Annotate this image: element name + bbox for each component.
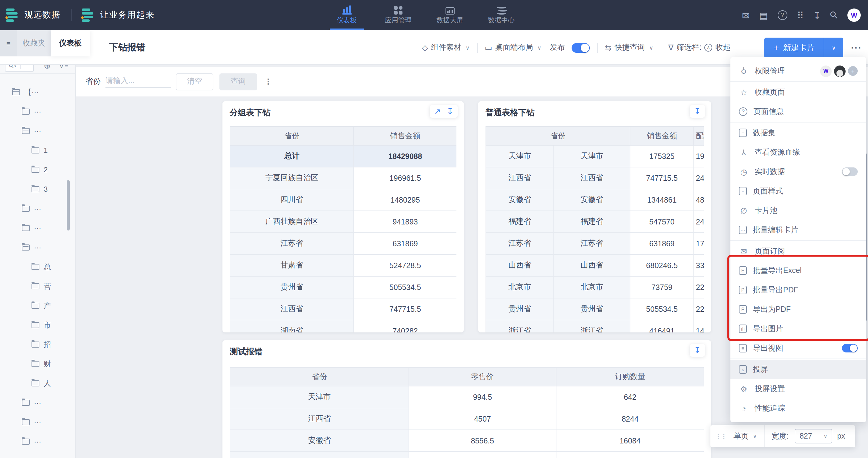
tree-item-19[interactable]: ··· — [0, 432, 75, 451]
table-row[interactable]: 总计18429088 — [230, 145, 457, 167]
menu-item-导出视图[interactable]: ≡导出视图 — [731, 339, 866, 358]
table-row[interactable]: 天津市994.5642 — [230, 386, 704, 408]
tab-dashboards[interactable]: 仪表板 — [51, 30, 90, 56]
table-row[interactable]: 天津市天津市17532519 — [486, 145, 704, 167]
query-button[interactable]: 查询 — [219, 73, 257, 90]
table-row[interactable]: 湖南省740282 — [230, 320, 457, 333]
page-mode-select[interactable]: 单页 ∨ — [734, 431, 757, 441]
tree-item-5[interactable]: 2 — [0, 160, 75, 179]
menu-item-导出图片[interactable]: ılı导出图片 — [731, 319, 866, 339]
add-member-button[interactable]: + — [848, 66, 858, 76]
table-cell: 北京市 — [554, 276, 630, 298]
menu-item-页面样式[interactable]: ▫页面样式 — [731, 181, 866, 201]
table-row[interactable]: 江西省747715.5 — [230, 298, 457, 320]
menu-item-数据集[interactable]: ≡数据集 — [731, 123, 866, 143]
tree-item-7[interactable]: ··· — [0, 199, 75, 219]
new-card-button[interactable]: +新建卡片 ∨ — [764, 37, 843, 58]
table-row[interactable]: 安徽省8556.516084 — [230, 430, 704, 452]
menu-item-投屏[interactable]: ▵投屏 — [731, 360, 866, 379]
monitor-icon: ▭ — [485, 43, 492, 52]
sidebar-collapse-button[interactable]: ≡ — [0, 30, 17, 56]
table-row[interactable]: 贵州省贵州省505534.5227 — [486, 298, 704, 320]
tree-item-15[interactable]: 财 — [0, 354, 75, 374]
table-row[interactable]: 福建省福建省547570249 — [486, 211, 704, 233]
menu-item-页面信息[interactable]: ?页面信息 — [731, 102, 866, 121]
table-row[interactable]: 广西壮族自治区941893 — [230, 211, 457, 233]
tree-item-8[interactable]: ··· — [0, 219, 75, 238]
tree-item-1[interactable]: 【··· — [0, 83, 75, 102]
clear-button[interactable]: 清空 — [176, 73, 213, 90]
download-icon[interactable]: ↧ — [447, 107, 454, 115]
table-row[interactable]: 贵州省505534.5 — [230, 276, 457, 298]
share-icon[interactable]: ↗ — [434, 107, 441, 115]
message-icon[interactable]: ✉ — [742, 10, 749, 20]
table-row[interactable]: 山西省山西省680246.5338 — [486, 255, 704, 276]
menu-item-页面订阅[interactable]: ✉页面订阅 — [731, 241, 866, 261]
publish-toggle[interactable] — [571, 43, 590, 53]
nav-tab-仪表板[interactable]: 仪表板 — [331, 0, 363, 30]
table-row[interactable]: 江西省45078244 — [230, 408, 704, 430]
menu-toggle[interactable] — [842, 167, 858, 176]
inbox-download-icon[interactable]: ↧ — [813, 10, 821, 20]
download-icon[interactable]: ↧ — [694, 107, 701, 115]
nav-tab-数据中心[interactable]: 数据中心 — [486, 0, 517, 30]
menu-item-批量导出Excel[interactable]: E批量导出Excel — [731, 261, 866, 280]
menu-item-批量编辑卡片[interactable]: ⋯批量编辑卡片 — [731, 220, 866, 239]
search-icon[interactable]: ⚲ — [828, 9, 840, 21]
desktop-layout-button[interactable]: ▭ 桌面端布局 ∨ — [485, 42, 541, 53]
screen-icon — [445, 5, 454, 15]
tree-item-12[interactable]: 产 — [0, 296, 75, 315]
tab-favorites[interactable]: 收藏夹 — [17, 30, 51, 56]
tree-item-2[interactable]: ··· — [0, 102, 75, 121]
menu-toggle[interactable] — [842, 344, 858, 352]
nav-tab-数据大屏[interactable]: 数据大屏 — [434, 0, 466, 30]
tree-item-13[interactable]: 市 — [0, 315, 75, 335]
tree-item-16[interactable]: 人 — [0, 374, 75, 393]
quick-query-button[interactable]: ⇆ 快捷查询 ∨ — [605, 42, 653, 53]
menu-item-性能追踪[interactable]: ◔性能追踪 — [731, 399, 866, 418]
tree-item-11[interactable]: 营 — [0, 277, 75, 296]
table-row[interactable]: 江苏省631869 — [230, 233, 457, 255]
menu-item-批量导出PDF[interactable]: P批量导出PDF — [731, 280, 866, 300]
tree-item-10[interactable]: 总 — [0, 257, 75, 277]
table-row[interactable]: 浙江省浙江省416491149 — [486, 320, 704, 333]
more-options-button[interactable]: ··· — [851, 42, 862, 53]
menu-item-导出为PDF[interactable]: P导出为PDF — [731, 300, 866, 319]
tree-item-3[interactable]: ··· — [0, 121, 75, 141]
table-row[interactable]: 江苏省江苏省631869173 — [486, 233, 704, 255]
table-row[interactable]: 江西省江西省747715.5247 — [486, 167, 704, 189]
tree-item-9[interactable]: ··· — [0, 238, 75, 257]
download-icon[interactable]: ↧ — [694, 346, 701, 354]
table-row[interactable]: 安徽省安徽省1344861482 — [486, 189, 704, 211]
user-avatar[interactable]: W — [847, 8, 861, 22]
new-card-dropdown[interactable]: ∨ — [824, 37, 843, 58]
table-row[interactable]: 四川省1480295 — [230, 189, 457, 211]
width-select[interactable]: 827 ∨ — [795, 429, 832, 443]
filter-more-icon[interactable]: ⋮ — [264, 77, 272, 86]
table-row[interactable]: 北京市北京市7375922 — [486, 276, 704, 298]
collapse-label[interactable]: 收起 — [715, 42, 731, 53]
menu-item-实时数据[interactable]: ◷实时数据 — [731, 162, 866, 181]
help-icon[interactable]: ? — [777, 10, 787, 20]
menu-item-收藏页面[interactable]: ☆收藏页面 — [731, 83, 866, 102]
table-row[interactable]: 宁夏回族自治区196961.5 — [230, 167, 457, 189]
menu-item-查看资源血缘[interactable]: ⅄查看资源血缘 — [731, 143, 866, 162]
drag-handle-icon[interactable]: ⋮⋮ — [715, 433, 726, 439]
nav-tab-应用管理[interactable]: 应用管理 — [382, 0, 414, 30]
menu-item-label: 页面样式 — [753, 186, 783, 196]
tree-item-4[interactable]: 1 — [0, 141, 75, 160]
sidebar-scrollbar[interactable] — [67, 180, 70, 230]
province-filter-input[interactable] — [105, 75, 171, 88]
tree-item-6[interactable]: 3 — [0, 179, 75, 199]
tree-item-14[interactable]: 招 — [0, 335, 75, 354]
apps-grid-icon[interactable]: ⠿ — [797, 10, 803, 20]
report-pages-icon[interactable]: ▤ — [759, 10, 768, 20]
tree-item-17[interactable]: ··· — [0, 393, 75, 412]
table-row[interactable] — [230, 452, 704, 458]
table-row[interactable]: 甘肃省524728.5 — [230, 255, 457, 276]
menu-item-卡片池[interactable]: ∅卡片池 — [731, 201, 866, 220]
menu-item-权限管理[interactable]: ⚲权限管理W+ — [731, 61, 866, 81]
menu-item-投屏设置[interactable]: ⚙投屏设置 — [731, 379, 866, 399]
component-material-button[interactable]: ◇ 组件素材 ∨ — [422, 42, 469, 53]
tree-item-18[interactable]: ··· — [0, 412, 75, 432]
